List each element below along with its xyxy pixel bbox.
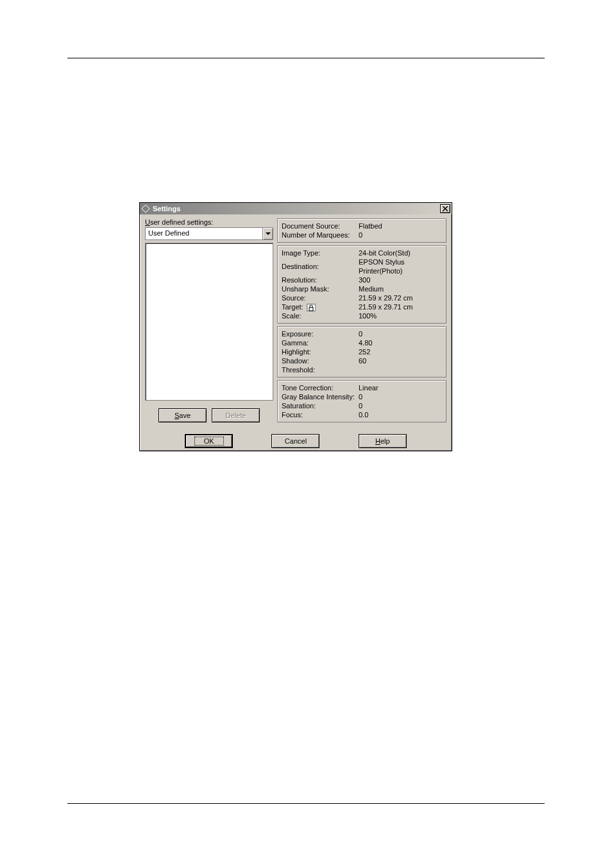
num-marquees-label: Number of Marquees: [282,230,359,239]
user-defined-settings-label: User defined settings: [145,218,273,226]
threshold-label: Threshold: [282,365,359,374]
document-source-label: Document Source: [282,221,359,230]
close-icon [443,206,448,211]
focus-value: 0.0 [359,410,442,419]
unsharp-mask-value: Medium [359,284,442,293]
highlight-label: Highlight: [282,347,359,356]
destination-value: EPSON Stylus Printer(Photo) [359,257,442,275]
source-value: 21.59 x 29.72 cm [359,293,442,302]
lock-icon [307,304,316,311]
source-label: Source: [282,293,359,302]
ok-button[interactable]: OK [185,434,233,448]
shadow-value: 60 [359,356,442,365]
resolution-value: 300 [359,275,442,284]
resolution-label: Resolution: [282,275,359,284]
exposure-label: Exposure: [282,329,359,338]
document-source-value: Flatbed [359,221,442,230]
gray-balance-value: 0 [359,392,442,401]
unsharp-mask-label: Unsharp Mask: [282,284,359,293]
target-label: Target: [282,302,359,311]
close-button[interactable] [440,204,450,213]
help-button[interactable]: Help [359,434,407,448]
group-exposure: Exposure: 0 Gamma: 4.80 Highlight: 252 S… [277,326,446,378]
settings-listbox[interactable] [145,243,273,401]
destination-label: Destination: [282,262,359,271]
saturation-label: Saturation: [282,401,359,410]
focus-label: Focus: [282,410,359,419]
gamma-label: Gamma: [282,338,359,347]
titlebar: Settings [140,203,452,214]
target-value: 21.59 x 29.71 cm [359,302,442,311]
save-button[interactable]: Save [158,408,207,422]
cancel-button[interactable]: Cancel [271,434,319,448]
group-source: Document Source: Flatbed Number of Marqu… [277,218,446,243]
gray-balance-label: Gray Balance Intensity: [282,392,359,401]
scale-label: Scale: [282,311,359,320]
dialog-button-bar: OK Cancel Help [140,429,452,451]
svg-rect-3 [309,308,313,311]
group-correction: Tone Correction: Linear Gray Balance Int… [277,380,446,422]
app-icon [141,204,150,213]
settings-dialog: Settings User defined settings: User Def… [139,202,452,451]
exposure-value: 0 [359,329,442,338]
highlight-value: 252 [359,347,442,356]
group-image: Image Type: 24-bit Color(Std) Destinatio… [277,245,446,324]
shadow-label: Shadow: [282,356,359,365]
combo-dropdown-button[interactable] [262,228,273,239]
scale-value: 100% [359,311,442,320]
tone-correction-value: Linear [359,383,442,392]
svg-marker-0 [142,205,149,213]
left-panel: User defined settings: User Defined Save… [145,218,273,422]
user-defined-combo[interactable]: User Defined [145,227,273,240]
num-marquees-value: 0 [359,230,442,239]
image-type-label: Image Type: [282,248,359,257]
gamma-value: 4.80 [359,338,442,347]
right-panel: Document Source: Flatbed Number of Marqu… [277,218,446,422]
tone-correction-label: Tone Correction: [282,383,359,392]
titlebar-title: Settings [153,205,440,213]
image-type-value: 24-bit Color(Std) [359,248,442,257]
delete-button: Delete [212,408,260,422]
user-defined-combo-text: User Defined [146,228,262,239]
saturation-value: 0 [359,401,442,410]
